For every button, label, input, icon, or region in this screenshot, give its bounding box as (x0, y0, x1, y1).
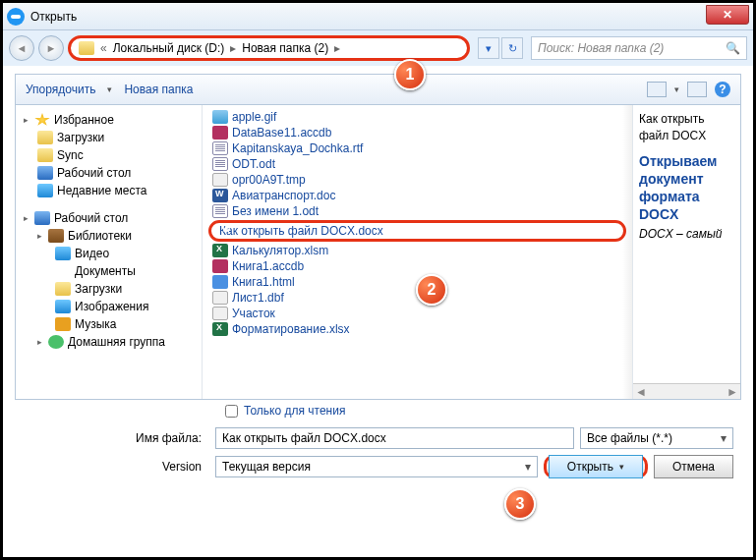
sidebar: ▸Избранное Загрузки Sync Рабочий стол Не… (16, 105, 203, 399)
file-row[interactable]: DataBase11.accdb (208, 125, 626, 140)
readonly-label: Только для чтения (244, 404, 345, 418)
annotation-badge-3: 3 (504, 488, 536, 520)
file-icon (212, 259, 228, 273)
file-name: Без имени 1.odt (232, 204, 319, 218)
file-row[interactable]: Калькулятор.xlsm (208, 243, 626, 258)
bottom-form: Имя файла: Все файлы (*.*) Version Текущ… (3, 418, 753, 490)
annotation-badge-1: 1 (394, 59, 426, 90)
filename-input[interactable] (215, 427, 574, 449)
file-row[interactable]: Форматирование.xlsx (208, 321, 626, 337)
file-row-selected[interactable]: Как открыть файл DOCX.docx (208, 220, 626, 242)
file-icon (212, 141, 228, 155)
file-row[interactable]: Книга1.accdb (208, 258, 626, 274)
file-icon (212, 291, 228, 305)
help-icon[interactable]: ? (715, 82, 730, 97)
sidebar-item[interactable]: Загрузки (20, 129, 198, 146)
toolbar: Упорядочить▾ Новая папка ▾ ? (15, 74, 741, 105)
cancel-button[interactable]: Отмена (654, 455, 733, 478)
file-row[interactable]: Участок (208, 306, 626, 321)
breadcrumb[interactable]: « Локальный диск (D:) ▸ Новая папка (2) … (68, 35, 470, 61)
file-icon (212, 204, 228, 218)
file-icon (212, 157, 228, 171)
search-input[interactable]: Поиск: Новая папка (2) 🔍 (531, 36, 747, 60)
open-button[interactable]: Открыть (549, 455, 643, 478)
app-icon (7, 8, 25, 26)
sidebar-homegroup[interactable]: ▸Домашняя группа (20, 333, 198, 351)
file-name: ODT.odt (232, 157, 275, 171)
title-bar: Открыть ✕ (3, 3, 753, 30)
file-row[interactable]: apple.gif (208, 109, 626, 125)
file-name: DataBase11.accdb (232, 126, 331, 140)
search-icon: 🔍 (726, 41, 740, 55)
filetype-select[interactable]: Все файлы (*.*) (580, 427, 733, 449)
breadcrumb-item[interactable]: Локальный диск (D:) (113, 41, 225, 55)
file-name: Как открыть файл DOCX.docx (219, 224, 383, 238)
sidebar-item[interactable]: Загрузки (20, 280, 198, 298)
file-name: Книга1.accdb (232, 259, 304, 273)
sidebar-desktop[interactable]: ▸Рабочий стол (20, 209, 198, 227)
refresh-icon[interactable]: ↻ (501, 37, 523, 59)
sidebar-item[interactable]: Изображения (20, 298, 198, 315)
file-name: Авиатранспорт.doc (232, 189, 335, 202)
file-icon (212, 173, 228, 187)
preview-filename: Как открыть файл DOCX (639, 111, 734, 144)
file-list: apple.gifDataBase11.accdbKapitanskaya_Do… (203, 105, 632, 399)
file-icon (212, 244, 228, 257)
new-folder-button[interactable]: Новая папка (124, 83, 193, 96)
file-name: Книга1.html (232, 275, 295, 289)
preview-pane: Как открыть файл DOCX Открываем документ… (632, 105, 740, 399)
sidebar-item[interactable]: Недавние места (20, 182, 198, 199)
close-button[interactable]: ✕ (706, 5, 749, 25)
annotation-badge-2: 2 (416, 274, 447, 306)
file-icon (212, 322, 228, 336)
file-icon (212, 189, 228, 202)
filename-label: Имя файла: (23, 431, 209, 445)
nav-bar: ◄ ► « Локальный диск (D:) ▸ Новая папка … (3, 30, 753, 66)
nav-back-button[interactable]: ◄ (9, 35, 34, 61)
window-title: Открыть (30, 10, 77, 24)
folder-icon (79, 41, 94, 55)
version-select[interactable]: Текущая версия (215, 456, 538, 477)
sidebar-libraries[interactable]: ▸Библиотеки (20, 227, 198, 245)
sidebar-item[interactable]: Видео (20, 245, 198, 262)
body-area: ▸Избранное Загрузки Sync Рабочий стол Не… (15, 105, 741, 400)
preview-text: DOCX – самый (639, 227, 734, 241)
sidebar-item[interactable]: Рабочий стол (20, 164, 198, 182)
file-row[interactable]: opr00A9T.tmp (208, 172, 626, 188)
sidebar-item[interactable]: Документы (20, 262, 198, 280)
sidebar-item[interactable]: Музыка (20, 315, 198, 333)
file-icon (212, 110, 228, 124)
file-name: opr00A9T.tmp (232, 173, 306, 187)
file-name: Калькулятор.xlsm (232, 244, 328, 257)
preview-heading: Открываем документ формата DOCX (639, 152, 734, 224)
file-name: Участок (232, 307, 275, 320)
file-name: Kapitanskaya_Dochka.rtf (232, 141, 363, 155)
file-name: Лист1.dbf (232, 291, 284, 305)
file-name: Форматирование.xlsx (232, 322, 350, 336)
readonly-checkbox[interactable] (225, 405, 238, 418)
open-button-highlight: Открыть (544, 455, 648, 478)
file-row[interactable]: Авиатранспорт.doc (208, 188, 626, 203)
sidebar-item[interactable]: Sync (20, 146, 198, 164)
view-mode-button[interactable] (647, 82, 667, 97)
file-row[interactable]: Kapitanskaya_Dochka.rtf (208, 140, 626, 156)
file-icon (212, 307, 228, 320)
organize-menu[interactable]: Упорядочить (26, 83, 95, 96)
file-icon (212, 275, 228, 289)
file-name: apple.gif (232, 110, 276, 124)
file-icon (212, 126, 228, 140)
version-label: Version (23, 460, 209, 474)
file-row[interactable]: Без имени 1.odt (208, 203, 626, 219)
dropdown-icon[interactable]: ▾ (478, 37, 499, 59)
nav-forward-button[interactable]: ► (38, 35, 64, 61)
sidebar-favorites[interactable]: ▸Избранное (20, 111, 198, 129)
preview-pane-button[interactable] (687, 82, 707, 97)
file-row[interactable]: ODT.odt (208, 156, 626, 172)
breadcrumb-item[interactable]: Новая папка (2) (242, 41, 328, 55)
